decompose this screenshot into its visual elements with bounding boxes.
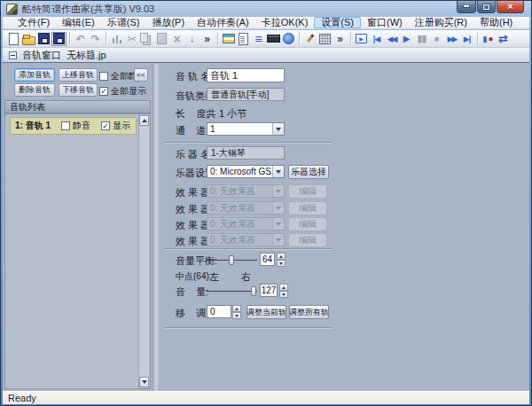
copy-icon[interactable] [139, 32, 154, 46]
fast-forward-icon[interactable] [444, 32, 459, 46]
stepper-up-icon[interactable] [232, 305, 241, 312]
instrument-setting-select[interactable]: 0: Microsoft GS [207, 165, 285, 178]
undo-icon[interactable] [73, 32, 88, 46]
keyboard-view-icon[interactable] [266, 32, 281, 46]
balance-slider-thumb[interactable] [229, 255, 234, 265]
delete-track-button[interactable]: 删除音轨 [14, 83, 55, 97]
work-area: 音轨窗口 无标题.jp 添加音轨 上移音轨 全部静音 << 删除音轨 下移音轨 … [3, 48, 529, 391]
panel-splitter[interactable] [153, 64, 160, 391]
instrument-name-value: 1-大钢琴 [207, 146, 285, 160]
menu-register[interactable]: 注册购买(R) [409, 17, 473, 28]
minimize-button[interactable] [457, 1, 476, 13]
track-properties-panel: 音 轨 名: 音轨类型: 普通音轨[手动] 长 度: 共 1 小节 通 道: 1 [160, 64, 529, 391]
menu-auto-accompany[interactable]: 自动伴奏(A) [191, 17, 255, 28]
title-bar: 酷特简谱作曲家(共享版) V9.03 × [1, 1, 531, 17]
document-view-icon[interactable] [236, 32, 251, 46]
stepper-down-icon[interactable] [232, 312, 241, 319]
move-track-up-button[interactable]: 上移音轨 [59, 68, 98, 82]
panel-title: 音轨窗口 [22, 49, 61, 62]
volume-slider[interactable] [206, 286, 257, 296]
transpose-stepper[interactable] [232, 305, 241, 319]
numpad-icon[interactable] [317, 32, 332, 46]
balance-stepper[interactable] [277, 253, 286, 267]
chevron-down-icon[interactable] [272, 123, 284, 135]
menu-help[interactable]: 帮助(H) [473, 17, 519, 28]
stepper-down-icon[interactable] [279, 291, 288, 298]
more-tools-icon[interactable] [200, 32, 215, 46]
paste-icon[interactable] [154, 32, 169, 46]
track-type-value: 普通音轨[手动] [207, 88, 285, 101]
show-all-checkbox[interactable]: ✓ 全部显示 [99, 85, 146, 98]
play-icon[interactable] [399, 32, 414, 46]
collapse-panel-button[interactable]: << [134, 68, 148, 82]
more-view-icon[interactable] [332, 32, 348, 46]
maximize-button[interactable] [477, 1, 496, 13]
menu-settings[interactable]: 设置(S) [314, 17, 361, 28]
menu-window[interactable]: 窗口(W) [361, 17, 409, 28]
new-file-icon[interactable] [6, 32, 21, 46]
transpose-label: 移 调: [176, 307, 208, 320]
go-end-icon[interactable] [459, 32, 474, 46]
adjust-current-track-button[interactable]: 调整当前轨 [246, 305, 286, 319]
effect-1-edit-button: 编辑 [288, 184, 327, 199]
balance-slider[interactable] [206, 255, 257, 265]
track-list-scrollbar[interactable] [138, 115, 149, 387]
import-icon[interactable] [184, 32, 200, 46]
effect-2-edit-button: 编辑 [288, 201, 327, 215]
track-row[interactable]: 1: 音轨 1 静音 ✓ 显示 [10, 117, 137, 135]
list-view-icon[interactable] [251, 32, 266, 46]
length-value: 共 1 小节 [207, 107, 246, 121]
menu-file[interactable]: 文件(F) [12, 17, 56, 28]
pause-icon[interactable] [414, 32, 429, 46]
play-window-icon[interactable] [354, 32, 369, 46]
volume-stepper[interactable] [279, 284, 288, 298]
toolbar [3, 30, 529, 48]
pen-icon[interactable] [302, 32, 317, 46]
adjust-all-tracks-button[interactable]: 调整所有轨 [289, 305, 329, 319]
balance-left-label: 左 [209, 270, 219, 284]
rewind-icon[interactable] [384, 32, 399, 46]
go-start-icon[interactable] [369, 32, 384, 46]
effect-4-select: 0: 无效果器 [207, 233, 285, 246]
stop-icon[interactable] [429, 32, 444, 46]
chevron-down-icon[interactable] [272, 166, 284, 177]
cut-icon[interactable] [124, 32, 139, 46]
menu-score[interactable]: 乐谱(S) [101, 17, 146, 28]
web-icon[interactable] [281, 32, 296, 46]
channel-select[interactable]: 1 [207, 122, 285, 136]
stepper-up-icon[interactable] [277, 253, 286, 260]
stave-view-icon[interactable] [221, 32, 236, 46]
add-track-button[interactable]: 添加音轨 [14, 68, 55, 82]
toolbar-separator [299, 32, 300, 45]
scroll-up-icon[interactable] [139, 115, 149, 126]
show-all-checkbox-box: ✓ [99, 87, 108, 96]
track-show-checkbox[interactable]: ✓ 显示 [101, 120, 130, 132]
stepper-down-icon[interactable] [277, 260, 286, 267]
track-name-input[interactable] [207, 68, 285, 82]
stepper-up-icon[interactable] [279, 284, 288, 291]
track-show-label: 显示 [113, 120, 130, 132]
save-all-icon[interactable] [51, 32, 66, 46]
volume-slider-thumb[interactable] [251, 286, 256, 296]
instrument-choose-button[interactable]: 乐器选择 [288, 165, 329, 179]
record-icon[interactable] [481, 32, 496, 46]
stats-icon[interactable] [109, 32, 124, 46]
save-icon[interactable] [36, 32, 51, 46]
close-button[interactable]: × [497, 1, 524, 13]
chevron-down-icon [272, 218, 284, 230]
redo-icon[interactable] [88, 32, 103, 46]
menu-play[interactable]: 播放(P) [145, 17, 191, 28]
move-track-down-button[interactable]: 下移音轨 [59, 83, 98, 97]
track-list-header: 音轨列表 [4, 100, 151, 113]
effect-4-edit-button: 编辑 [288, 233, 327, 247]
menu-edit[interactable]: 编辑(E) [56, 17, 101, 28]
menu-karaoke[interactable]: 卡拉OK(K) [255, 17, 315, 28]
track-mute-checkbox[interactable]: 静音 [61, 120, 90, 132]
delete-icon[interactable] [169, 32, 184, 46]
loop-icon[interactable] [496, 32, 511, 46]
collapse-icon[interactable] [9, 51, 17, 59]
scroll-down-icon[interactable] [139, 377, 149, 387]
app-window: 酷特简谱作曲家(共享版) V9.03 × 文件(F) 编辑(E) 乐谱(S) 播… [0, 0, 532, 406]
open-file-icon[interactable] [21, 32, 36, 46]
close-icon: × [507, 2, 512, 12]
